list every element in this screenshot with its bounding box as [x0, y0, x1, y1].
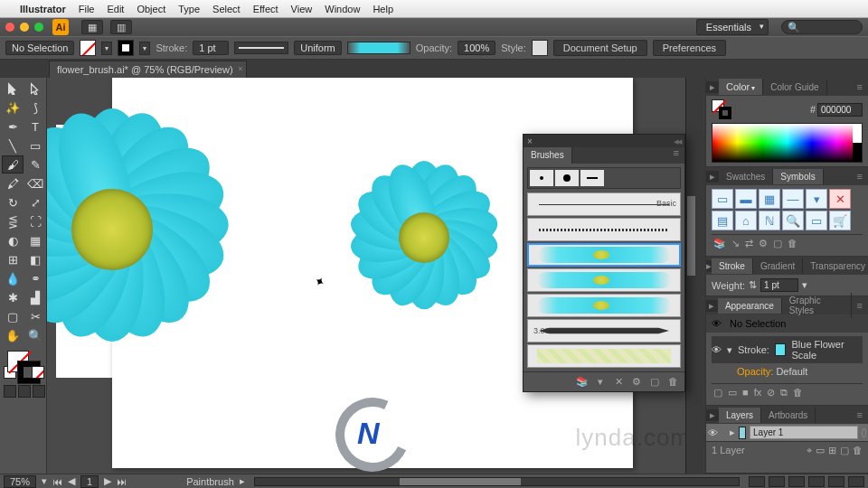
tab-color-guide[interactable]: Color Guide	[763, 80, 826, 95]
zoom-dropdown-icon[interactable]: ▾	[42, 475, 47, 487]
stroke-color-swatch[interactable]	[775, 343, 787, 356]
menu-file[interactable]: File	[79, 4, 95, 14]
layer-name-field[interactable]	[750, 426, 858, 439]
symbol-item[interactable]: —	[782, 189, 804, 209]
symbol-item[interactable]: ▤	[712, 211, 733, 230]
menu-type[interactable]: Type	[178, 4, 200, 14]
layer-row[interactable]: 👁 ▸	[706, 424, 868, 441]
eyedropper-tool[interactable]: 💧	[2, 269, 24, 287]
paintbrush-tool[interactable]: 🖌	[2, 155, 24, 174]
target-icon[interactable]	[862, 428, 866, 437]
tab-graphic-styles[interactable]: Graphic Styles	[782, 293, 852, 318]
tab-swatches[interactable]: Swatches	[719, 169, 773, 184]
color-fill-stroke[interactable]	[712, 99, 731, 119]
last-artboard-icon[interactable]: ⏭	[117, 476, 127, 487]
visibility-icon[interactable]: 👁	[712, 344, 722, 355]
status-icon[interactable]	[749, 476, 765, 487]
preferences-button[interactable]: Preferences	[653, 40, 726, 56]
symbol-item[interactable]: ▾	[806, 189, 827, 209]
panel-menu-icon[interactable]: ≡	[852, 81, 868, 92]
brush-basic[interactable]: Basic	[527, 192, 681, 216]
symbol-break-link[interactable]: ✕	[829, 189, 851, 209]
add-effect-icon[interactable]: fx	[754, 387, 762, 399]
add-stroke-icon[interactable]: ▭	[728, 387, 737, 399]
tab-symbols[interactable]: Symbols	[773, 169, 823, 184]
status-icon[interactable]	[769, 476, 785, 487]
brush-definition[interactable]	[347, 42, 410, 54]
delete-brush-icon[interactable]: 🗑	[666, 376, 679, 388]
gradient-tool[interactable]: ◧	[24, 250, 46, 268]
tab-layers[interactable]: Layers	[719, 408, 761, 423]
draw-normal-icon[interactable]	[4, 385, 16, 398]
rotate-tool[interactable]: ↻	[2, 193, 24, 211]
stroke-weight-field[interactable]: 1 pt	[193, 41, 229, 55]
menu-object[interactable]: Object	[137, 4, 165, 14]
eraser-tool[interactable]: ⌫	[24, 174, 46, 192]
workspace-switcher[interactable]: Essentials	[696, 19, 769, 35]
place-symbol-icon[interactable]: ↘	[731, 238, 740, 249]
tab-color[interactable]: Color▾	[719, 79, 763, 95]
status-icon[interactable]	[828, 476, 844, 487]
break-link-icon[interactable]: ⇄	[745, 238, 753, 249]
new-layer-icon[interactable]: ▢	[840, 445, 849, 456]
artboard-tool[interactable]: ▢	[2, 307, 24, 325]
symbol-options-icon[interactable]: ⚙	[759, 238, 768, 249]
brushes-panel-titlebar[interactable]: × ◂◂	[524, 135, 684, 147]
duplicate-icon[interactable]: ⧉	[780, 387, 788, 399]
new-sublayer-icon[interactable]: ⊞	[828, 445, 836, 456]
symbol-item[interactable]: ℕ	[759, 211, 780, 230]
menu-help[interactable]: Help	[373, 4, 393, 14]
collapse-icon[interactable]: ▸	[706, 300, 718, 312]
app-menu[interactable]: Illustrator	[20, 4, 66, 14]
close-button[interactable]	[5, 23, 14, 32]
magic-wand-tool[interactable]: ✨	[2, 99, 24, 117]
draw-behind-icon[interactable]	[18, 385, 31, 398]
symbol-libraries-icon[interactable]: 📚	[713, 238, 726, 249]
status-icon[interactable]	[788, 476, 805, 487]
opacity-field[interactable]: 100%	[458, 41, 495, 55]
brush-libraries-icon[interactable]: 📚	[576, 376, 589, 388]
mesh-tool[interactable]: ⊞	[2, 250, 24, 268]
collapse-icon[interactable]: ◂◂	[674, 136, 681, 147]
direct-selection-tool[interactable]	[24, 80, 46, 98]
prev-artboard-icon[interactable]: ◀	[68, 475, 75, 487]
collapse-icon[interactable]: ▸	[706, 171, 719, 183]
menu-window[interactable]: Window	[325, 4, 360, 14]
delete-icon[interactable]: 🗑	[793, 387, 803, 399]
new-symbol-icon[interactable]: ▢	[773, 238, 782, 249]
stroke-dash-field[interactable]: Uniform	[294, 41, 342, 55]
rectangle-tool[interactable]: ▭	[24, 136, 46, 155]
none-mode-icon[interactable]	[32, 366, 44, 379]
make-clip-icon[interactable]: ▭	[816, 445, 825, 456]
status-icon[interactable]	[848, 476, 864, 487]
add-fill-icon[interactable]: ■	[742, 387, 749, 399]
blend-tool[interactable]: ⚭	[24, 269, 46, 287]
symbol-item[interactable]: 🛒	[829, 211, 851, 230]
appearance-stroke-row[interactable]: 👁 ▾ Stroke: Blue Flower Scale	[712, 336, 863, 363]
symbol-item[interactable]: ▦	[759, 189, 780, 209]
color-spectrum[interactable]	[712, 123, 863, 163]
arrange-docs-button[interactable]: ▥	[110, 20, 132, 34]
perspective-tool[interactable]: ▦	[24, 231, 46, 249]
menu-view[interactable]: View	[291, 4, 313, 14]
width-tool[interactable]: ⋚	[2, 212, 24, 230]
brush-tip[interactable]	[555, 170, 579, 186]
symbol-item[interactable]: ▬	[735, 189, 757, 209]
symbol-item[interactable]: ⌂	[735, 211, 757, 230]
tab-stroke[interactable]: Stroke	[712, 258, 753, 274]
menu-select[interactable]: Select	[212, 4, 241, 14]
menu-edit[interactable]: Edit	[107, 4, 124, 14]
document-setup-button[interactable]: Document Setup	[553, 40, 647, 56]
brush-flower-2[interactable]	[527, 268, 681, 292]
clear-icon[interactable]: ⊘	[767, 387, 775, 399]
artboard-nav-field[interactable]: 1	[80, 475, 99, 488]
brush-flower-1[interactable]	[527, 243, 681, 267]
hand-tool[interactable]: ✋	[2, 326, 24, 344]
menu-effect[interactable]: Effect	[253, 4, 278, 14]
pencil-tool[interactable]: ✎	[24, 155, 46, 174]
type-tool[interactable]: T	[24, 117, 46, 136]
style-swatch[interactable]	[532, 40, 548, 56]
vertical-scrollbar[interactable]	[685, 78, 696, 474]
next-artboard-icon[interactable]: ▶	[104, 475, 111, 487]
panel-menu-icon[interactable]: ≡	[852, 300, 868, 311]
